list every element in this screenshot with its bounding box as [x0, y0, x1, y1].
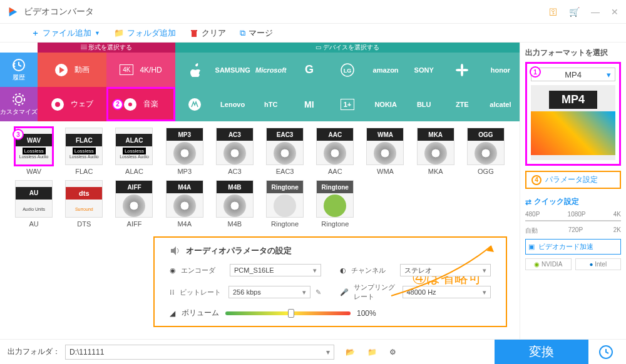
format-mp3[interactable]: MP3MP3 — [162, 128, 207, 175]
history-tab[interactable]: 履歴 — [0, 53, 38, 87]
format-ringtone-ios[interactable]: RingtoneRingtone — [262, 180, 307, 228]
category-music[interactable]: 2 音楽 — [106, 87, 175, 121]
brand-lenovo[interactable]: Lenovo — [213, 87, 252, 121]
clear-button[interactable]: クリア — [190, 28, 226, 39]
vendor-nvidia[interactable]: ◉ NVIDIA — [525, 258, 572, 270]
channel-select[interactable]: ステレオ — [400, 264, 491, 276]
svg-point-6 — [13, 94, 24, 105]
4k-icon: 4K — [120, 64, 133, 75]
format-au[interactable]: AUAudio UnitsAU — [11, 180, 56, 228]
vendor-intel[interactable]: ● Intel — [575, 258, 622, 270]
add-folder-button[interactable]: 📁 フォルダ追加 — [114, 28, 176, 39]
brand-amazon[interactable]: amazon — [367, 53, 405, 87]
brand-apple[interactable] — [175, 53, 213, 87]
svg-point-5 — [16, 96, 22, 103]
chrome-icon — [51, 98, 64, 111]
brand-blu[interactable]: BLU — [405, 87, 443, 121]
brand-xiaomi[interactable]: MI — [290, 87, 328, 121]
format-ogg[interactable]: OGGOGG — [463, 128, 508, 175]
select-format-tab[interactable]: ▤ 形式を選択する — [38, 43, 175, 53]
customize-tab[interactable]: カスタマイズ — [0, 87, 38, 121]
intel-icon: ● — [589, 261, 595, 268]
badge-4: 4 — [531, 175, 541, 185]
gpu-accel-button[interactable]: ▣ ビデオカード加速 — [525, 239, 621, 255]
trash-icon — [190, 29, 198, 38]
mic-icon: 🎤 — [340, 288, 349, 296]
device-icon: ▭ — [316, 44, 323, 51]
cart-icon[interactable]: 🛒 — [569, 7, 580, 17]
schedule-button[interactable] — [593, 340, 618, 365]
right-panel: 出力フォーマットを選択 1 MP4 MP4 4 パラメータ設定 ⇄クイック設定 … — [520, 43, 626, 339]
lg-icon: LG — [341, 63, 354, 77]
add-file-button[interactable]: ＋ ファイル追加 ▼ — [31, 28, 100, 39]
svg-rect-2 — [192, 31, 197, 37]
bitrate-icon: ⁞⁞ — [170, 288, 175, 296]
category-4khd[interactable]: 4K 4K/HD — [106, 53, 175, 87]
format-ac3[interactable]: AC3AC3 — [212, 128, 257, 175]
brand-lg[interactable]: LG — [328, 53, 366, 87]
output-folder-input[interactable]: D:\111111 — [65, 345, 334, 360]
plus-icon: ＋ — [31, 28, 39, 39]
brand-zte[interactable]: ZTE — [443, 87, 481, 121]
format-m4b[interactable]: M4BM4B — [212, 180, 257, 228]
open-folder-icon[interactable]: 📂 — [346, 348, 355, 356]
app-logo-icon — [8, 6, 19, 18]
format-alac[interactable]: ALACLosslessLossless AudioALAC — [111, 128, 156, 175]
bitrate-select[interactable]: 256 kbps — [228, 286, 310, 298]
output-format-select[interactable]: MP4 — [531, 68, 615, 81]
convert-button[interactable]: 変換 — [495, 340, 588, 365]
play-circle-icon — [54, 63, 68, 77]
close-button[interactable]: ✕ — [611, 7, 618, 17]
brand-honor[interactable]: honor — [481, 53, 520, 87]
speaker-icon — [170, 245, 181, 256]
settings-folder-icon[interactable]: ⚙ — [389, 348, 396, 356]
brand-microsoft[interactable]: Microsoft — [252, 53, 290, 87]
format-mka[interactable]: MKAMKA — [413, 128, 458, 175]
format-wav[interactable]: 3 WAVLosslessLossless Audio WAV — [11, 128, 56, 175]
brand-nokia[interactable]: NOKIA — [367, 87, 405, 121]
badge-1: 1 — [530, 66, 541, 78]
minimize-button[interactable]: — — [591, 7, 600, 17]
format-dts[interactable]: dtsSurroundDTS — [61, 180, 106, 228]
badge-2: 2 — [112, 99, 123, 110]
output-format-preview[interactable]: MP4 — [531, 85, 615, 160]
svg-text:LG: LG — [344, 68, 352, 74]
doc-icon: ▤ — [81, 44, 89, 51]
music-disc-icon — [123, 98, 137, 111]
brand-google[interactable]: G — [290, 53, 328, 87]
brand-htc[interactable]: hTC — [252, 87, 290, 121]
svg-point-18 — [462, 69, 468, 71]
key-icon[interactable]: ⚿ — [549, 7, 558, 17]
format-ringtone-android[interactable]: RingtoneRingtone — [312, 180, 357, 228]
add-folder-icon[interactable]: 📁 — [367, 348, 377, 356]
encoder-select[interactable]: PCM_S16LE — [230, 264, 321, 276]
format-m4a[interactable]: M4AM4A — [162, 180, 207, 228]
format-header: ▤ 形式を選択する ▭ デバイスを選択する — [0, 43, 520, 53]
select-device-tab[interactable]: ▭ デバイスを選択する — [175, 43, 520, 53]
format-aac[interactable]: AACAAC — [312, 128, 357, 175]
parameter-settings-link[interactable]: 4 パラメータ設定 — [525, 171, 621, 189]
format-eac3[interactable]: EAC3EAC3 — [262, 128, 307, 175]
brand-sony[interactable]: SONY — [405, 53, 443, 87]
chevron-down-icon: ▼ — [95, 30, 100, 36]
brand-huawei[interactable] — [443, 53, 481, 87]
volume-icon: ◢ — [170, 309, 175, 318]
brand-oneplus[interactable]: 1+ — [328, 87, 366, 121]
svg-point-15 — [461, 64, 463, 70]
resolution-slider[interactable] — [525, 220, 621, 221]
samplerate-select[interactable]: 48000 Hz — [403, 286, 491, 298]
category-web[interactable]: ウェブ — [38, 87, 106, 121]
format-aiff[interactable]: AIFFAIFF — [111, 180, 156, 228]
volume-slider[interactable] — [225, 311, 351, 315]
edit-icon[interactable]: ✎ — [316, 288, 321, 296]
brand-samsung[interactable]: SAMSUNG — [213, 53, 252, 87]
format-flac[interactable]: FLACLosslessLossless AudioFLAC — [61, 128, 106, 175]
merge-button[interactable]: ⧉ マージ — [240, 28, 273, 39]
badge-3: 3 — [13, 129, 24, 140]
category-video[interactable]: 動画 — [38, 53, 106, 87]
format-wma[interactable]: WMAWMA — [362, 128, 408, 175]
brand-alcatel[interactable]: alcatel — [481, 87, 520, 121]
svg-point-17 — [456, 69, 462, 71]
folder-plus-icon: 📁 — [114, 28, 124, 38]
brand-motorola[interactable] — [175, 87, 213, 121]
